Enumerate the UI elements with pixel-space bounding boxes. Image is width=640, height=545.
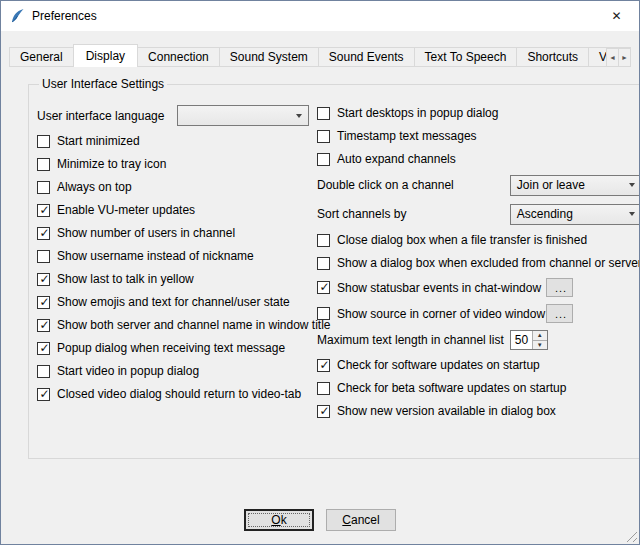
checkbox-label: Start video in popup dialog [57, 364, 199, 378]
checkbox-label: Enable VU-meter updates [57, 203, 195, 217]
checkbox-label: Timestamp text messages [337, 129, 477, 143]
tab-text-to-speech[interactable]: Text To Speech [414, 47, 518, 67]
checkbox-start-minimized[interactable]: Start minimized [37, 133, 309, 149]
preferences-dialog: Preferences ✕ General Display Connection… [0, 0, 640, 545]
checkbox-box [37, 342, 50, 355]
checkbox-box [37, 319, 50, 332]
checkbox-label: Show statusbar events in chat-window [337, 281, 541, 295]
checkbox-label: Popup dialog when receiving text message [57, 341, 285, 355]
close-icon[interactable]: ✕ [594, 1, 639, 31]
checkbox-show-username[interactable]: Show username instead of nickname [37, 248, 309, 264]
video-source-more-button[interactable]: ... [546, 304, 573, 323]
tab-sound-system[interactable]: Sound System [219, 47, 319, 67]
checkbox-label: Show new version available in dialog box [337, 404, 556, 418]
checkbox-server-channel-in-title[interactable]: Show both server and channel name in win… [37, 317, 309, 333]
tab-bar: General Display Connection Sound System … [9, 44, 631, 67]
language-combobox[interactable] [177, 105, 309, 126]
checkbox-box [317, 153, 330, 166]
checkbox-show-emojis[interactable]: Show emojis and text for channel/user st… [37, 294, 309, 310]
cancel-button-label: C [342, 513, 351, 527]
ok-button-label-rest: k [281, 513, 287, 527]
checkbox-label: Show username instead of nickname [57, 249, 254, 263]
checkbox-closed-video-return[interactable]: Closed video dialog should return to vid… [37, 386, 309, 402]
checkbox-label: Start minimized [57, 134, 140, 148]
checkbox-box [37, 273, 50, 286]
checkbox-box [37, 181, 50, 194]
cancel-button[interactable]: Cancel [326, 509, 396, 531]
checkbox-new-version-dialog[interactable]: Show new version available in dialog box [317, 403, 640, 419]
titlebar: Preferences ✕ [1, 1, 639, 31]
display-tab-page: User Interface Settings User interface l… [1, 67, 639, 544]
tab-scroller: ◄ ► [607, 48, 631, 67]
checkbox-box [37, 158, 50, 171]
checkbox-check-beta-updates[interactable]: Check for beta software updates on start… [317, 380, 640, 396]
checkbox-label: Minimize to tray icon [57, 157, 166, 171]
ok-button-label: O [271, 513, 280, 527]
checkbox-label: Closed video dialog should return to vid… [57, 387, 301, 401]
checkbox-label: Show last to talk in yellow [57, 272, 194, 286]
checkbox-label: Show both server and channel name in win… [57, 318, 331, 332]
checkbox-vu-meter-updates[interactable]: Enable VU-meter updates [37, 202, 309, 218]
statusbar-events-more-button[interactable]: ... [546, 278, 573, 297]
checkbox-desktops-popup[interactable]: Start desktops in popup dialog [317, 105, 640, 121]
left-column: User interface language Start minimized … [37, 105, 309, 419]
tab-connection[interactable]: Connection [137, 47, 220, 67]
checkbox-label: Start desktops in popup dialog [337, 106, 498, 120]
spin-down-icon[interactable]: ▼ [533, 341, 547, 350]
checkbox-box [317, 257, 330, 270]
checkbox-box [37, 296, 50, 309]
checkbox-label: Show number of users in channel [57, 226, 235, 240]
checkbox-label: Check for software updates on startup [337, 358, 540, 372]
ok-button[interactable]: Ok [244, 509, 314, 531]
checkbox-last-to-talk-yellow[interactable]: Show last to talk in yellow [37, 271, 309, 287]
checkbox-box [37, 227, 50, 240]
cancel-button-label-rest: ancel [351, 513, 380, 527]
sort-channels-label: Sort channels by [317, 207, 406, 221]
checkbox-box [317, 382, 330, 395]
sort-channels-combobox[interactable]: Ascending [510, 204, 640, 225]
checkbox-label: Show a dialog box when excluded from cha… [337, 256, 640, 270]
checkbox-label: Show emojis and text for channel/user st… [57, 295, 290, 309]
double-click-combobox[interactable]: Join or leave [510, 175, 640, 196]
chevron-down-icon [296, 114, 302, 118]
checkbox-box [317, 130, 330, 143]
checkbox-auto-expand-channels[interactable]: Auto expand channels [317, 151, 640, 167]
language-label: User interface language [37, 109, 164, 123]
checkbox-minimize-to-tray[interactable]: Minimize to tray icon [37, 156, 309, 172]
checkbox-video-source-corner[interactable]: Show source in corner of video window [317, 306, 545, 322]
app-icon [9, 8, 25, 24]
checkbox-box [37, 135, 50, 148]
max-text-length-value[interactable]: 50 [511, 331, 532, 349]
tab-sound-events[interactable]: Sound Events [318, 47, 415, 67]
checkbox-box [317, 281, 330, 294]
checkbox-label: Check for beta software updates on start… [337, 381, 566, 395]
chevron-down-icon [629, 212, 635, 216]
checkbox-box [37, 250, 50, 263]
checkbox-video-popup[interactable]: Start video in popup dialog [37, 363, 309, 379]
max-text-length-spinner: 50 ▲ ▼ [510, 330, 548, 350]
checkbox-label: Always on top [57, 180, 132, 194]
spin-up-icon[interactable]: ▲ [533, 331, 547, 341]
checkbox-timestamp-messages[interactable]: Timestamp text messages [317, 128, 640, 144]
checkbox-close-on-transfer-finished[interactable]: Close dialog box when a file transfer is… [317, 232, 640, 248]
sort-channels-combobox-value: Ascending [517, 207, 573, 221]
window-title: Preferences [32, 9, 594, 23]
checkbox-box [37, 365, 50, 378]
dialog-footer: Ok Cancel [28, 509, 612, 544]
chevron-down-icon [629, 183, 635, 187]
tab-display[interactable]: Display [73, 44, 138, 67]
tab-general[interactable]: General [9, 47, 74, 67]
max-text-length-label: Maximum text length in channel list [317, 333, 504, 347]
checkbox-label: Auto expand channels [337, 152, 456, 166]
checkbox-show-user-count[interactable]: Show number of users in channel [37, 225, 309, 241]
checkbox-box [37, 204, 50, 217]
checkbox-box [317, 107, 330, 120]
checkbox-popup-on-text-message[interactable]: Popup dialog when receiving text message [37, 340, 309, 356]
tab-scroll-right-icon[interactable]: ► [618, 48, 631, 67]
checkbox-statusbar-events[interactable]: Show statusbar events in chat-window [317, 280, 541, 296]
checkbox-box [317, 359, 330, 372]
checkbox-always-on-top[interactable]: Always on top [37, 179, 309, 195]
tab-shortcuts[interactable]: Shortcuts [516, 47, 589, 67]
checkbox-dialog-when-excluded[interactable]: Show a dialog box when excluded from cha… [317, 255, 640, 271]
checkbox-check-updates[interactable]: Check for software updates on startup [317, 357, 640, 373]
